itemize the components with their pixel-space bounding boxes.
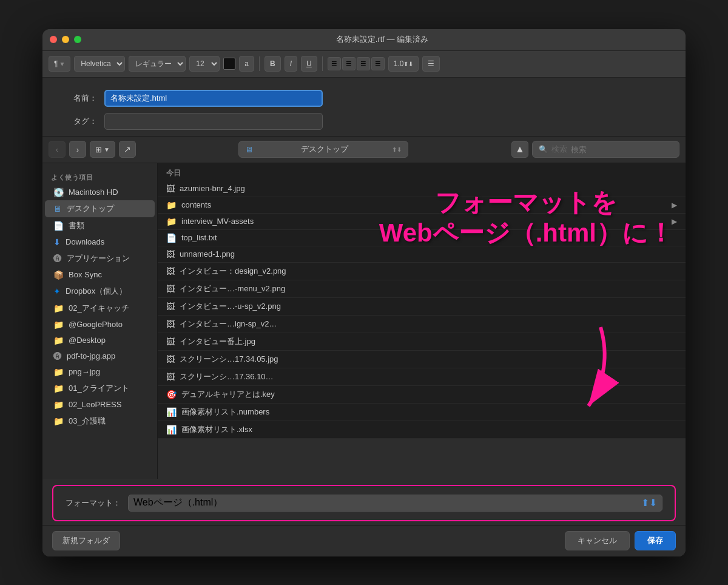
sidebar-item-label: pdf-to-jpg.app bbox=[67, 351, 115, 360]
format-label: フォーマット： bbox=[66, 498, 121, 509]
close-button[interactable] bbox=[50, 36, 57, 43]
format-select[interactable]: Webページ（.html） ⬆⬇ bbox=[128, 495, 662, 512]
maximize-button[interactable] bbox=[74, 36, 81, 43]
sidebar-item-02-leopress[interactable]: 📁 02_LeoPRESS bbox=[45, 397, 155, 413]
sidebar-item-png-jpg[interactable]: 📁 png→jpg bbox=[45, 364, 155, 380]
file-name: interview_MV-assets bbox=[181, 217, 254, 226]
save-button[interactable]: 保存 bbox=[635, 531, 676, 550]
file-name: インタビュー…ign-sp_v2… bbox=[180, 319, 277, 330]
back-button[interactable]: ‹ bbox=[49, 141, 66, 158]
view-mode-button[interactable]: ⊞ ▼ bbox=[90, 141, 115, 158]
align-right-button[interactable]: ≡ bbox=[357, 57, 370, 70]
line-spacing-button[interactable]: 1.0 ⬆⬇ bbox=[388, 56, 419, 72]
file-name: スクリーンシ…17.36.10… bbox=[180, 371, 274, 382]
image-icon: 🖼 bbox=[166, 372, 175, 382]
sidebar-item-pdf-app[interactable]: 🅐 pdf-to-jpg.app bbox=[45, 348, 155, 364]
up-button[interactable]: ▲ bbox=[511, 141, 528, 158]
font-style-select[interactable]: レギュラー bbox=[129, 56, 186, 72]
sidebar-item-applications[interactable]: 🅐 アプリケーション bbox=[45, 250, 155, 267]
box-icon: 📦 bbox=[53, 270, 64, 280]
font-family-select[interactable]: Helvetica bbox=[74, 56, 125, 72]
sidebar-item-label: 03_介護職 bbox=[69, 416, 106, 427]
file-item-interview-design[interactable]: 🖼 インタビュー：design_v2.png bbox=[158, 263, 686, 280]
sidebar-item-downloads[interactable]: ⬇ Downloads bbox=[45, 234, 155, 250]
sidebar-item-01-client[interactable]: 📁 01_クライアント bbox=[45, 380, 155, 397]
window-title: 名称未設定.rtf — 編集済み bbox=[86, 34, 678, 45]
file-item-interview-mv[interactable]: 📁 interview_MV-assets ▶ bbox=[158, 214, 686, 230]
new-folder-button[interactable]: 新規フォルダ bbox=[52, 531, 120, 550]
file-item-interview-menu[interactable]: 🖼 インタビュー…-menu_v2.png bbox=[158, 280, 686, 298]
file-item-screenshot2[interactable]: 🖼 スクリーンシ…17.36.10… bbox=[158, 368, 686, 386]
location-folder-icon: 🖥 bbox=[245, 145, 253, 154]
sidebar-item-label: Macintosh HD bbox=[69, 188, 118, 197]
cancel-button[interactable]: キャンセル bbox=[565, 531, 630, 550]
file-item-image-list-numbers[interactable]: 📊 画像素材リスト.numbers bbox=[158, 404, 686, 421]
file-item-contents[interactable]: 📁 contents ▶ bbox=[158, 197, 686, 214]
bold-button[interactable]: B bbox=[265, 56, 281, 72]
image-icon: 🖼 bbox=[166, 249, 175, 259]
sidebar-item-box-sync[interactable]: 📦 Box Sync bbox=[45, 267, 155, 283]
align-center-button[interactable]: ≡ bbox=[342, 57, 356, 70]
sidebar-item-label: Box Sync bbox=[69, 270, 102, 279]
underline-button[interactable]: U bbox=[301, 56, 317, 72]
font-bg-button[interactable]: a bbox=[239, 56, 254, 72]
align-justify-button[interactable]: ≡ bbox=[371, 57, 385, 70]
action-buttons: キャンセル 保存 bbox=[565, 531, 676, 550]
italic-button[interactable]: I bbox=[285, 56, 297, 72]
file-item-screenshot1[interactable]: 🖼 スクリーンシ…17.34.05.jpg bbox=[158, 351, 686, 368]
dropbox-icon: ✦ bbox=[53, 286, 61, 296]
sidebar: よく使う項目 💽 Macintosh HD 🖥 デスクトップ 📄 書類 ⬇ Do… bbox=[42, 163, 158, 479]
share-button[interactable]: ↗ bbox=[119, 141, 136, 158]
folder-icon: 📁 bbox=[53, 384, 64, 393]
sidebar-section-label: よく使う項目 bbox=[42, 169, 157, 184]
file-name: スクリーンシ…17.34.05.jpg bbox=[180, 354, 278, 365]
file-name: デュアルキャリアとは.key bbox=[181, 389, 275, 400]
location-chevron-icon: ⬆⬇ bbox=[392, 146, 402, 153]
paragraph-button[interactable]: ¶ ▼ bbox=[49, 56, 70, 72]
excel-icon: 📊 bbox=[166, 425, 177, 435]
sidebar-item-02-eyecatch[interactable]: 📁 02_アイキャッチ bbox=[45, 300, 155, 317]
documents-icon: 📄 bbox=[53, 221, 64, 231]
font-size-select[interactable]: 12 bbox=[189, 56, 220, 72]
location-selector[interactable]: 🖥 デスクトップ ⬆⬇ bbox=[238, 141, 408, 158]
list-button[interactable]: ☰ bbox=[422, 56, 440, 72]
image-icon: 🖼 bbox=[166, 284, 175, 294]
file-item-interview-ign[interactable]: 🖼 インタビュー…ign-sp_v2… bbox=[158, 316, 686, 333]
forward-button[interactable]: › bbox=[69, 141, 86, 158]
sidebar-item-google-photo[interactable]: 📁 @GooglePhoto bbox=[45, 317, 155, 333]
file-item-top-list[interactable]: 📄 top_list.txt bbox=[158, 230, 686, 246]
filename-input[interactable] bbox=[104, 90, 323, 107]
file-item-interview-best[interactable]: 🖼 インタビュー番上.jpg bbox=[158, 333, 686, 351]
file-item-image-list-xlsx[interactable]: 📊 画像素材リスト.xlsx bbox=[158, 421, 686, 439]
file-name: 画像素材リスト.numbers bbox=[181, 407, 269, 418]
image-icon: 🖼 bbox=[166, 354, 175, 364]
folder-icon: 📁 bbox=[53, 400, 64, 410]
file-item-azumien[interactable]: 🖼 azumien-bnr_4.jpg bbox=[158, 181, 686, 197]
file-item-interview-u-sp[interactable]: 🖼 インタビュー…-u-sp_v2.png bbox=[158, 298, 686, 316]
file-name: インタビュー…-u-sp_v2.png bbox=[180, 301, 281, 312]
file-name: unnamed-1.png bbox=[180, 249, 235, 259]
file-item-dual-career[interactable]: 🎯 デュアルキャリアとは.key bbox=[158, 386, 686, 404]
downloads-icon: ⬇ bbox=[53, 237, 61, 247]
chevron-right-icon: ▶ bbox=[672, 201, 677, 209]
sidebar-item-documents[interactable]: 📄 書類 bbox=[45, 217, 155, 234]
file-item-unnamed[interactable]: 🖼 unnamed-1.png bbox=[158, 246, 686, 263]
sidebar-item-label: Downloads bbox=[66, 237, 104, 246]
search-icon: 🔍 bbox=[539, 145, 548, 154]
sidebar-item-macintosh-hd[interactable]: 💽 Macintosh HD bbox=[45, 184, 155, 200]
image-icon: 🖼 bbox=[166, 337, 175, 347]
sidebar-item-desktop[interactable]: 🖥 デスクトップ bbox=[45, 200, 155, 217]
search-input[interactable] bbox=[571, 145, 673, 154]
tag-input[interactable] bbox=[104, 113, 323, 130]
desktop-icon: 🖥 bbox=[53, 204, 62, 214]
minimize-button[interactable] bbox=[62, 36, 69, 43]
image-icon: 🖼 bbox=[166, 319, 175, 329]
sidebar-item-desktop2[interactable]: 📁 @Desktop bbox=[45, 333, 155, 348]
grid-icon: ⊞ bbox=[95, 145, 102, 154]
align-left-button[interactable]: ≡ bbox=[328, 57, 341, 70]
sidebar-item-03-care[interactable]: 📁 03_介護職 bbox=[45, 413, 155, 430]
color-picker[interactable] bbox=[223, 58, 235, 70]
app-icon: 🅐 bbox=[53, 351, 62, 361]
sidebar-item-label: アプリケーション bbox=[67, 253, 130, 264]
sidebar-item-dropbox[interactable]: ✦ Dropbox（個人） bbox=[45, 283, 155, 300]
